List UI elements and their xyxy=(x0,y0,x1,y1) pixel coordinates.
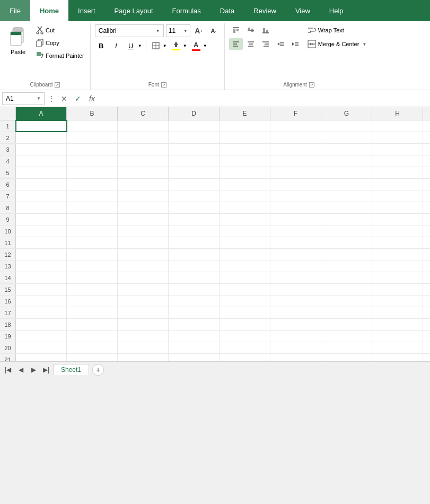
cell-E2[interactable] xyxy=(220,132,270,143)
cell-E7[interactable] xyxy=(220,190,270,202)
cell-C2[interactable] xyxy=(118,132,169,143)
cell-E4[interactable] xyxy=(220,155,270,167)
cell-F17[interactable] xyxy=(270,307,321,318)
font-size-dropdown[interactable]: 11 ▼ xyxy=(166,24,190,37)
cell-C18[interactable] xyxy=(118,319,169,330)
font-color-button[interactable]: A xyxy=(190,39,203,52)
format-painter-button[interactable]: Format Painter xyxy=(34,50,86,62)
row-header-5[interactable]: 5 xyxy=(0,167,16,178)
cell-G14[interactable] xyxy=(321,272,372,283)
row-header-10[interactable]: 10 xyxy=(0,225,16,237)
underline-button[interactable]: U xyxy=(125,39,137,52)
cell-B14[interactable] xyxy=(67,272,118,283)
align-left-button[interactable] xyxy=(229,38,243,50)
cell-A13[interactable] xyxy=(16,260,67,272)
col-header-b[interactable]: B xyxy=(67,107,118,120)
cell-B15[interactable] xyxy=(67,284,118,295)
cell-D20[interactable] xyxy=(169,342,220,353)
cell-F20[interactable] xyxy=(270,342,321,353)
row-header-11[interactable]: 11 xyxy=(0,237,16,248)
col-header-c[interactable]: C xyxy=(118,107,169,120)
cell-C19[interactable] xyxy=(118,331,169,342)
row-header-3[interactable]: 3 xyxy=(0,144,16,155)
cell-G18[interactable] xyxy=(321,319,372,330)
tab-formulas[interactable]: Formulas xyxy=(163,0,210,21)
cell-F5[interactable] xyxy=(270,167,321,178)
cell-B10[interactable] xyxy=(67,225,118,237)
row-header-6[interactable]: 6 xyxy=(0,179,16,190)
fill-color-dropdown[interactable]: ▼ xyxy=(182,39,188,52)
row-header-16[interactable]: 16 xyxy=(0,296,16,307)
cell-D4[interactable] xyxy=(169,155,220,167)
cell-A3[interactable] xyxy=(16,144,67,155)
cell-H13[interactable] xyxy=(372,260,423,272)
cell-A15[interactable] xyxy=(16,284,67,295)
cell-G10[interactable] xyxy=(321,225,372,237)
cell-G9[interactable] xyxy=(321,214,372,225)
sheet-nav-next[interactable]: ▶ xyxy=(28,364,39,376)
cell-F10[interactable] xyxy=(270,225,321,237)
cell-E3[interactable] xyxy=(220,144,270,155)
underline-dropdown[interactable]: ▼ xyxy=(137,39,143,52)
cell-F2[interactable] xyxy=(270,132,321,143)
cell-F4[interactable] xyxy=(270,155,321,167)
cell-H15[interactable] xyxy=(372,284,423,295)
col-header-h[interactable]: H xyxy=(372,107,423,120)
row-header-1[interactable]: 1 xyxy=(0,120,16,132)
cell-C10[interactable] xyxy=(118,225,169,237)
formula-cancel-button[interactable]: ✕ xyxy=(58,93,70,105)
cell-A10[interactable] xyxy=(16,225,67,237)
cell-A7[interactable] xyxy=(16,190,67,202)
formula-confirm-button[interactable]: ✓ xyxy=(72,93,84,105)
cell-H19[interactable] xyxy=(372,331,423,342)
cell-H10[interactable] xyxy=(372,225,423,237)
cell-H8[interactable] xyxy=(372,202,423,213)
fill-color-button[interactable] xyxy=(170,39,182,52)
cell-E8[interactable] xyxy=(220,202,270,213)
cell-A16[interactable] xyxy=(16,296,67,307)
cell-B19[interactable] xyxy=(67,331,118,342)
tab-data[interactable]: Data xyxy=(210,0,244,21)
cell-E5[interactable] xyxy=(220,167,270,178)
tab-review[interactable]: Review xyxy=(244,0,286,21)
row-header-17[interactable]: 17 xyxy=(0,307,16,318)
cell-B17[interactable] xyxy=(67,307,118,318)
col-header-d[interactable]: D xyxy=(169,107,220,120)
font-expand-icon[interactable]: ↗ xyxy=(161,82,166,88)
cell-F14[interactable] xyxy=(270,272,321,283)
clipboard-expand-icon[interactable]: ↗ xyxy=(55,82,60,88)
cell-D11[interactable] xyxy=(169,237,220,248)
cell-G3[interactable] xyxy=(321,144,372,155)
cut-button[interactable]: Cut xyxy=(34,24,86,36)
tab-view[interactable]: View xyxy=(286,0,320,21)
row-header-2[interactable]: 2 xyxy=(0,132,16,143)
cell-C4[interactable] xyxy=(118,155,169,167)
decrease-indent-button[interactable] xyxy=(274,38,287,50)
cell-F7[interactable] xyxy=(270,190,321,202)
cell-H1[interactable] xyxy=(372,120,423,132)
cell-B6[interactable] xyxy=(67,179,118,190)
cell-B18[interactable] xyxy=(67,319,118,330)
cell-H9[interactable] xyxy=(372,214,423,225)
col-header-e[interactable]: E xyxy=(220,107,270,120)
font-color-dropdown[interactable]: ▼ xyxy=(203,39,208,52)
align-center-button[interactable] xyxy=(244,38,258,50)
alignment-expand-icon[interactable]: ↗ xyxy=(309,82,314,88)
cell-F18[interactable] xyxy=(270,319,321,330)
align-middle-button[interactable] xyxy=(244,24,258,36)
cell-E12[interactable] xyxy=(220,249,270,260)
cell-G20[interactable] xyxy=(321,342,372,353)
col-header-a[interactable]: A xyxy=(16,107,67,120)
merge-center-button[interactable]: Merge & Center ▼ xyxy=(305,38,369,50)
cell-C1[interactable] xyxy=(118,120,169,132)
cell-B8[interactable] xyxy=(67,202,118,213)
cell-C20[interactable] xyxy=(118,342,169,353)
row-header-7[interactable]: 7 xyxy=(0,190,16,202)
cell-C8[interactable] xyxy=(118,202,169,213)
cell-G17[interactable] xyxy=(321,307,372,318)
font-name-dropdown[interactable]: Calibri ▼ xyxy=(95,24,164,37)
sheet-nav-first[interactable]: |◀ xyxy=(2,364,14,376)
cell-E17[interactable] xyxy=(220,307,270,318)
cell-A4[interactable] xyxy=(16,155,67,167)
cell-D17[interactable] xyxy=(169,307,220,318)
